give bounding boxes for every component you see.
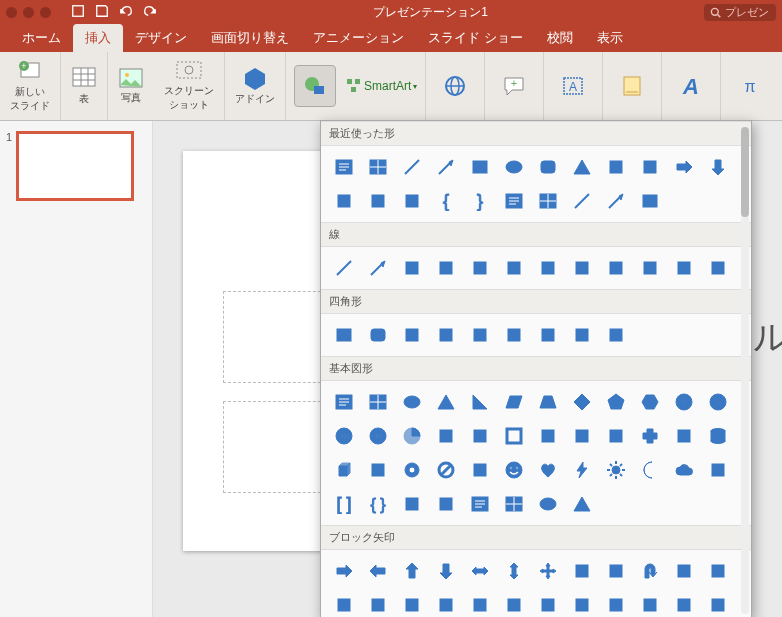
- shape-right-triangle[interactable]: [465, 387, 495, 417]
- shape-right[interactable]: [329, 556, 359, 586]
- ribbon-new-slide[interactable]: + 新しい スライド: [0, 52, 61, 120]
- shape-bent-up[interactable]: [703, 556, 733, 586]
- shape-table[interactable]: [499, 489, 529, 519]
- shape-callout-left[interactable]: [635, 590, 665, 617]
- shape-connector[interactable]: [635, 152, 665, 182]
- symbol-button[interactable]: π: [729, 65, 771, 107]
- shape-left-right-up[interactable]: [567, 556, 597, 586]
- shape-loop[interactable]: [363, 186, 393, 216]
- close-icon[interactable]: [6, 7, 17, 18]
- comment-button[interactable]: +: [493, 65, 535, 107]
- tab-slideshow[interactable]: スライド ショー: [416, 24, 535, 52]
- shape-elbow-double[interactable]: [499, 253, 529, 283]
- shape-arrow-down[interactable]: [703, 152, 733, 182]
- save-icon[interactable]: [95, 4, 109, 21]
- shape-line[interactable]: [397, 152, 427, 182]
- tab-view[interactable]: 表示: [585, 24, 635, 52]
- shape-diag-stripe[interactable]: [601, 421, 631, 451]
- shape-u-turn[interactable]: [635, 556, 665, 586]
- autosave-icon[interactable]: [71, 4, 85, 21]
- search-input[interactable]: プレゼン: [704, 4, 776, 21]
- shape-cross[interactable]: [635, 421, 665, 451]
- shape-rectangle[interactable]: [635, 186, 665, 216]
- shape-callout-up[interactable]: [669, 590, 699, 617]
- shape-heptagon[interactable]: 7: [669, 387, 699, 417]
- shape-rounded-corner[interactable]: [329, 186, 359, 216]
- shape-bevel[interactable]: [363, 455, 393, 485]
- shape-arrow[interactable]: [363, 253, 393, 283]
- shape-table[interactable]: [363, 152, 393, 182]
- shape-left-up[interactable]: [669, 556, 699, 586]
- shape-brace[interactable]: { }: [363, 489, 393, 519]
- shape-brace-left[interactable]: {: [431, 186, 461, 216]
- shape-left-right[interactable]: [465, 556, 495, 586]
- shape-quad[interactable]: [533, 556, 563, 586]
- shape-line[interactable]: [567, 186, 597, 216]
- shape-snip2[interactable]: [431, 320, 461, 350]
- shape-no-symbol[interactable]: [431, 455, 461, 485]
- shape-line[interactable]: [329, 253, 359, 283]
- shape-hexagon[interactable]: [635, 387, 665, 417]
- shape-pentagon-arrow[interactable]: [533, 590, 563, 617]
- ribbon-addin[interactable]: アドイン: [225, 52, 286, 120]
- shape-dodecagon[interactable]: 12: [363, 421, 393, 451]
- shape-notched-right[interactable]: [499, 590, 529, 617]
- shape-elbow[interactable]: [431, 253, 461, 283]
- shape-rounded[interactable]: [363, 320, 393, 350]
- shape-elbow-arrow[interactable]: [465, 253, 495, 283]
- shape-half-frame[interactable]: [533, 421, 563, 451]
- dropdown-scrollbar[interactable]: [741, 125, 749, 614]
- shape-decagon[interactable]: 10: [329, 421, 359, 451]
- tab-insert[interactable]: 挿入: [73, 24, 123, 52]
- hyperlink-button[interactable]: [434, 65, 476, 107]
- shape-curve[interactable]: [533, 253, 563, 283]
- shape-rectangle[interactable]: [465, 152, 495, 182]
- shape-table[interactable]: [533, 186, 563, 216]
- shape-octagon[interactable]: 8: [703, 387, 733, 417]
- shape-snip1[interactable]: [397, 320, 427, 350]
- shape-frame[interactable]: [499, 421, 529, 451]
- shape-striped-right[interactable]: [465, 590, 495, 617]
- shape-arc[interactable]: [635, 253, 665, 283]
- shape-brace3[interactable]: [431, 489, 461, 519]
- shape-freeform[interactable]: [669, 253, 699, 283]
- shape-pie[interactable]: [397, 421, 427, 451]
- tab-design[interactable]: デザイン: [123, 24, 199, 52]
- shape-chord[interactable]: [431, 421, 461, 451]
- shape-curved-right[interactable]: [329, 590, 359, 617]
- wordart-button[interactable]: A: [670, 65, 712, 107]
- shape-curve-arrow[interactable]: [567, 253, 597, 283]
- shape-snip-diag[interactable]: [465, 320, 495, 350]
- shape-l-shape[interactable]: [567, 421, 597, 451]
- shape-text-box[interactable]: [329, 152, 359, 182]
- zoom-icon[interactable]: [40, 7, 51, 18]
- shape-moon[interactable]: [635, 455, 665, 485]
- shapes-button[interactable]: [294, 65, 336, 107]
- shape-brace2[interactable]: [397, 489, 427, 519]
- ribbon-table[interactable]: 表: [61, 52, 108, 120]
- minimize-icon[interactable]: [23, 7, 34, 18]
- shape-parallelogram[interactable]: [499, 387, 529, 417]
- shape-callout-down[interactable]: [703, 590, 733, 617]
- shape-round-diag[interactable]: [567, 320, 597, 350]
- shape-curve[interactable]: [397, 186, 427, 216]
- shape-round-same[interactable]: [601, 320, 631, 350]
- shape-cube[interactable]: [329, 455, 359, 485]
- shape-teardrop[interactable]: [465, 421, 495, 451]
- shape-triangle[interactable]: [567, 489, 597, 519]
- shape-round2[interactable]: [533, 320, 563, 350]
- header-footer-button[interactable]: [611, 65, 653, 107]
- shape-oval[interactable]: [397, 387, 427, 417]
- shape-table[interactable]: [363, 387, 393, 417]
- ribbon-picture[interactable]: 写真: [108, 52, 154, 120]
- tab-transitions[interactable]: 画面切り替え: [199, 24, 301, 52]
- shape-curved-up[interactable]: [397, 590, 427, 617]
- shape-oval[interactable]: [499, 152, 529, 182]
- undo-icon[interactable]: [119, 4, 133, 21]
- shape-round1[interactable]: [499, 320, 529, 350]
- shape-can[interactable]: [703, 421, 733, 451]
- shape-arrow-right[interactable]: [669, 152, 699, 182]
- shape-left[interactable]: [363, 556, 393, 586]
- tab-review[interactable]: 校閲: [535, 24, 585, 52]
- shape-lightning[interactable]: [567, 455, 597, 485]
